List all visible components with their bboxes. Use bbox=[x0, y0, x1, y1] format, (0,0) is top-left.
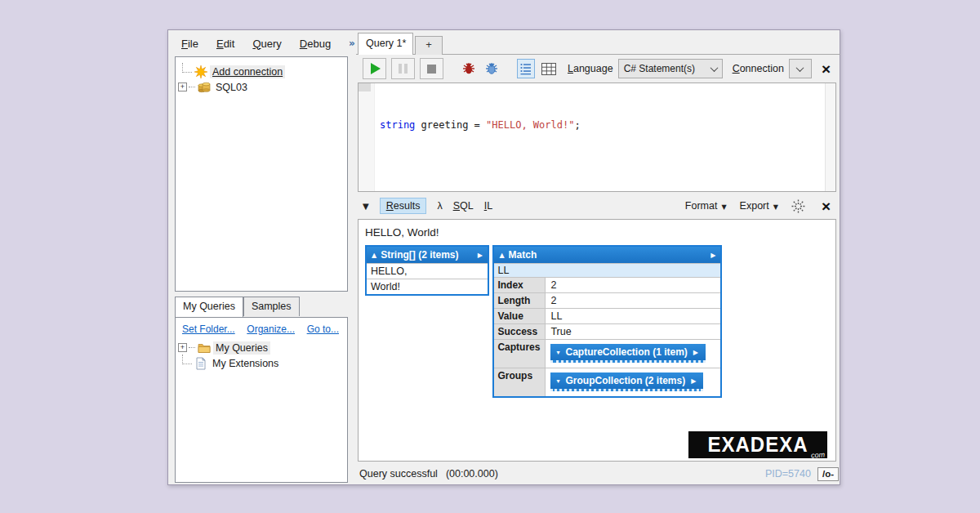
debug-button[interactable] bbox=[460, 59, 478, 78]
add-connection-row[interactable]: Add connection bbox=[176, 64, 347, 79]
stop-button[interactable] bbox=[420, 58, 443, 79]
connection-label: Connection bbox=[733, 63, 784, 74]
caret-down-icon: ▾ bbox=[556, 377, 559, 385]
queries-tab-strip: My Queries Samples bbox=[175, 297, 300, 316]
menu-file-rest: ile bbox=[188, 38, 198, 50]
run-button[interactable] bbox=[363, 58, 386, 79]
data-grid-results-toggle[interactable] bbox=[540, 59, 558, 78]
tab-sql[interactable]: SQL bbox=[453, 200, 474, 212]
table-row: World! bbox=[367, 279, 488, 294]
group-collection-label: GroupCollection (2 items) bbox=[565, 375, 685, 386]
float-results-button[interactable] bbox=[791, 199, 805, 213]
capture-collection-label: CaptureCollection (1 item) bbox=[565, 346, 687, 358]
exadexa-watermark: EXADEXA com bbox=[688, 431, 827, 458]
add-connection-link[interactable]: Add connection bbox=[210, 65, 285, 78]
my-queries-node-label[interactable]: My Queries bbox=[213, 341, 270, 355]
caret-down-icon: ▾ bbox=[556, 349, 559, 356]
menu-debug-accel: D bbox=[300, 38, 307, 50]
collapse-icon: ▲ bbox=[499, 252, 504, 259]
string-array-header[interactable]: ▲String[] (2 items) ▶ bbox=[367, 247, 488, 263]
folder-icon bbox=[198, 341, 211, 355]
collapse-icon: ▲ bbox=[372, 252, 376, 259]
code-line-1: string greeting = "HELLO, World!"; bbox=[380, 118, 822, 132]
language-accel: L bbox=[568, 63, 573, 74]
match-header[interactable]: ▲Match ▶ bbox=[494, 247, 720, 263]
query-toolbar: Language C# Statement(s) Connection × bbox=[356, 55, 840, 83]
server-label: SQL03 bbox=[213, 81, 250, 94]
menu-query[interactable]: Query bbox=[252, 38, 281, 50]
organize-link[interactable]: Organize... bbox=[247, 323, 295, 335]
collapse-results-icon[interactable]: ▼ bbox=[363, 202, 369, 211]
editor-gutter bbox=[359, 83, 375, 191]
stop-icon bbox=[427, 65, 436, 74]
row-label: Length bbox=[494, 292, 546, 308]
set-folder-link[interactable]: Set Folder... bbox=[182, 323, 235, 335]
editor-scrollbar[interactable] bbox=[825, 83, 835, 191]
menu-overflow-icon[interactable]: » bbox=[349, 38, 354, 49]
row-label: Captures bbox=[494, 339, 546, 368]
tab-results[interactable]: Results bbox=[380, 198, 427, 214]
menu-debug[interactable]: Debug bbox=[300, 38, 331, 50]
results-output-panel: HELLO, World! ▲String[] (2 items) ▶ HELL… bbox=[358, 219, 836, 462]
my-extensions-node-label[interactable]: My Extensions bbox=[210, 357, 281, 370]
tree-dash-line bbox=[189, 347, 195, 348]
connection-dropdown[interactable] bbox=[789, 59, 812, 78]
caret-down-icon: ▼ bbox=[773, 203, 778, 211]
server-row[interactable]: + SQL03 bbox=[176, 79, 347, 95]
tab-samples[interactable]: Samples bbox=[243, 297, 300, 316]
row-value: True bbox=[546, 323, 720, 339]
format-menu-button[interactable]: Format▼ bbox=[685, 200, 727, 212]
play-icon bbox=[371, 63, 381, 74]
code-line-2 bbox=[380, 162, 822, 176]
database-icon bbox=[198, 81, 211, 94]
server-expander-icon[interactable]: + bbox=[178, 83, 187, 91]
new-tab-button[interactable]: + bbox=[415, 36, 443, 55]
my-queries-panel: Set Folder... Organize... Go to... + My … bbox=[175, 317, 348, 483]
group-collection-button[interactable]: ▾GroupCollection (2 items)▶ bbox=[550, 372, 703, 391]
menu-file-accel: F bbox=[181, 38, 188, 50]
table-row: HELLO, bbox=[367, 263, 488, 279]
code-text: greeting = bbox=[415, 119, 486, 131]
attach-debugger-button[interactable] bbox=[483, 59, 501, 78]
close-query-button[interactable]: × bbox=[818, 61, 834, 77]
results-header-bar: ▼ Results λ SQL IL Format▼ Export▼ × bbox=[356, 194, 840, 218]
expand-icon: ▶ bbox=[693, 349, 698, 356]
bug-red-icon bbox=[461, 61, 476, 76]
language-label: Language bbox=[568, 63, 613, 74]
document-icon bbox=[194, 357, 207, 370]
code-editor[interactable]: string greeting = "HELLO, World!"; greet… bbox=[358, 83, 836, 192]
tree-elbow-line bbox=[182, 355, 192, 364]
string-array-title: String[] (2 items) bbox=[381, 249, 458, 261]
tab-lambda[interactable]: λ bbox=[437, 200, 442, 212]
tree-dash-line bbox=[189, 87, 195, 87]
go-to-link[interactable]: Go to... bbox=[307, 323, 339, 335]
tab-my-queries[interactable]: My Queries bbox=[175, 297, 243, 317]
code-area[interactable]: string greeting = "HELLO, World!"; greet… bbox=[375, 83, 825, 191]
capture-collection-button[interactable]: ▾CaptureCollection (1 item)▶ bbox=[550, 344, 706, 363]
tab-query-1[interactable]: Query 1* bbox=[358, 33, 413, 55]
close-results-button[interactable]: × bbox=[818, 199, 834, 214]
language-dropdown[interactable]: C# Statement(s) bbox=[618, 59, 723, 78]
rich-grid-icon bbox=[519, 62, 532, 75]
menu-edit[interactable]: Edit bbox=[216, 38, 234, 50]
row-label: Success bbox=[494, 323, 546, 339]
expand-icon[interactable]: ▶ bbox=[710, 252, 715, 259]
my-extensions-tree-row[interactable]: My Extensions bbox=[176, 355, 347, 371]
my-queries-expander-icon[interactable]: + bbox=[178, 343, 187, 352]
menu-query-accel: Q bbox=[252, 38, 261, 50]
code-text: ; bbox=[574, 119, 580, 131]
document-tab-bar: Query 1* + bbox=[356, 30, 840, 55]
row-label: Value bbox=[494, 308, 546, 323]
row-value: LL bbox=[546, 308, 720, 323]
starburst-icon bbox=[791, 199, 805, 213]
pause-button[interactable] bbox=[391, 58, 415, 79]
menu-query-rest: uery bbox=[261, 38, 282, 50]
my-queries-tree-row[interactable]: + My Queries bbox=[176, 340, 347, 355]
export-menu-button[interactable]: Export▼ bbox=[740, 200, 778, 212]
rich-text-results-toggle[interactable] bbox=[517, 59, 535, 78]
optimization-toggle-button[interactable]: /o- bbox=[817, 467, 839, 481]
row-label: Index bbox=[494, 277, 546, 292]
expand-icon[interactable]: ▶ bbox=[478, 252, 483, 259]
menu-file[interactable]: File bbox=[181, 38, 198, 50]
tab-il[interactable]: IL bbox=[484, 200, 492, 212]
